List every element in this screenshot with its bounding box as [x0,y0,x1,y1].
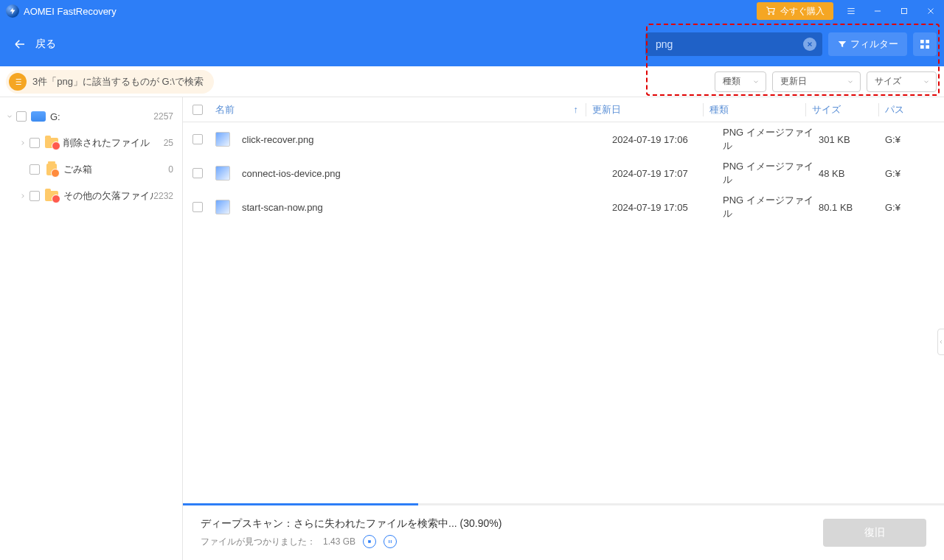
back-button[interactable]: 戻る [13,38,56,51]
file-row[interactable]: start-scan-now.png2024-07-19 17:05PNG イメ… [183,190,944,224]
menu-button[interactable] [838,0,864,22]
tree-label: その他の欠落ファイル [63,189,153,203]
tree-item[interactable]: ごみ箱0 [0,156,182,183]
tree-count: 2232 [153,191,182,201]
found-label: ファイルが見つかりました： [201,536,316,548]
file-type: PNG イメージファイル [723,194,819,220]
x-icon [806,41,813,48]
dropdown-size[interactable]: サイズ [867,71,937,92]
pause-icon [387,539,393,545]
drive-icon [31,109,46,124]
svg-rect-2 [926,40,929,43]
list-header: 名前 ↑ 更新日 種類 サイズ パス [183,97,944,122]
collapse-toggle[interactable] [3,113,16,120]
file-thumbnail [215,166,230,181]
file-date: 2024-07-19 17:05 [612,202,723,213]
chevron-down-icon [847,78,854,85]
close-icon [926,6,936,16]
header-checkbox[interactable] [183,105,212,115]
file-path: G:¥ [885,134,944,145]
svg-rect-5 [368,540,370,542]
info-bar: 3件「png」に該当するものが G:\で検索 種類 更新日 サイズ [0,66,944,97]
titlebar: AOMEI FastRecovery 今すぐ購入 [0,0,944,22]
maximize-icon [899,6,909,16]
expand-toggle[interactable] [16,192,30,200]
sort-asc-icon: ↑ [574,104,579,115]
recover-button[interactable]: 復旧 [823,519,926,547]
list-icon [9,73,27,91]
list-rows: click-recover.png2024-07-19 17:06PNG イメー… [183,122,944,503]
hamburger-icon [846,6,856,16]
file-date: 2024-07-19 17:07 [612,168,723,179]
filter-button[interactable]: フィルター [828,32,907,56]
search-region: フィルター [645,32,937,56]
row-checkbox[interactable] [183,202,212,212]
search-box[interactable] [645,32,822,56]
file-row[interactable]: connect-ios-device.png2024-07-19 17:07PN… [183,156,944,190]
folder-icon [44,189,59,203]
checkbox[interactable] [30,138,40,148]
chevron-down-icon [752,78,760,85]
minimize-button[interactable] [864,0,891,22]
filter-label: フィルター [850,38,898,51]
dropdown-type[interactable]: 種類 [715,71,766,92]
file-name: start-scan-now.png [242,202,323,213]
header-date[interactable]: 更新日 [592,103,703,116]
tree-label: ごみ箱 [63,163,168,176]
chevron-down-icon [923,78,930,85]
topbar: 戻る フィルター [0,22,944,66]
chevron-down-icon [6,113,13,120]
file-date: 2024-07-19 17:06 [612,134,723,145]
file-size: 80.1 KB [819,202,885,213]
file-row[interactable]: click-recover.png2024-07-19 17:06PNG イメー… [183,122,944,156]
checkbox[interactable] [30,164,40,175]
file-type: PNG イメージファイル [723,126,819,153]
svg-rect-3 [920,45,924,49]
found-size: 1.43 GB [323,536,355,547]
back-label: 戻る [35,38,56,51]
main-panel: 名前 ↑ 更新日 種類 サイズ パス click-recover.png2024… [183,97,944,560]
file-path: G:¥ [885,168,944,179]
footer: ディープスキャン：さらに失われたファイルを検索中... (30.90%) ファイ… [183,505,944,560]
cart-icon [766,6,776,16]
header-name[interactable]: 名前 ↑ [212,103,586,116]
header-type[interactable]: 種類 [709,103,805,116]
maximize-button[interactable] [891,0,917,22]
dropdown-modified[interactable]: 更新日 [772,71,861,92]
pause-scan-button[interactable] [384,535,397,548]
expand-toggle[interactable] [16,139,30,147]
file-size: 48 KB [819,168,885,179]
close-button[interactable] [917,0,944,22]
svg-rect-1 [920,40,924,43]
stop-scan-button[interactable] [363,535,376,548]
stop-icon [367,539,372,545]
scan-progress-bar [183,503,944,505]
progress-fill [183,503,418,505]
file-name: click-recover.png [242,134,314,145]
tree-item[interactable]: その他の欠落ファイル2232 [0,183,182,209]
tree-item[interactable]: 削除されたファイル25 [0,130,182,156]
tree-label: 削除されたファイル [63,136,164,150]
buy-label: 今すぐ購入 [780,5,825,18]
minimize-icon [872,6,883,16]
search-input[interactable] [654,38,803,51]
chevron-right-icon [19,192,27,200]
toggle-preview-panel[interactable] [937,329,944,355]
checkbox[interactable] [16,111,27,122]
header-path[interactable]: パス [885,103,944,116]
clear-search-button[interactable] [803,38,816,51]
grid-view-button[interactable] [913,32,937,56]
row-checkbox[interactable] [183,168,212,178]
chevron-left-icon [938,339,944,345]
filter-dropdowns: 種類 更新日 サイズ [715,71,937,92]
tree-label: G: [50,111,153,122]
buy-now-button[interactable]: 今すぐ購入 [757,2,833,20]
file-size: 301 KB [819,134,885,145]
tree-root-drive[interactable]: G: 2257 [0,103,182,130]
row-checkbox[interactable] [183,134,212,144]
file-path: G:¥ [885,202,944,213]
checkbox[interactable] [30,191,40,201]
header-size[interactable]: サイズ [812,103,878,116]
tree-count: 0 [168,164,182,175]
scan-status-text: ディープスキャン：さらに失われたファイルを検索中... (30.90%) [201,517,502,531]
